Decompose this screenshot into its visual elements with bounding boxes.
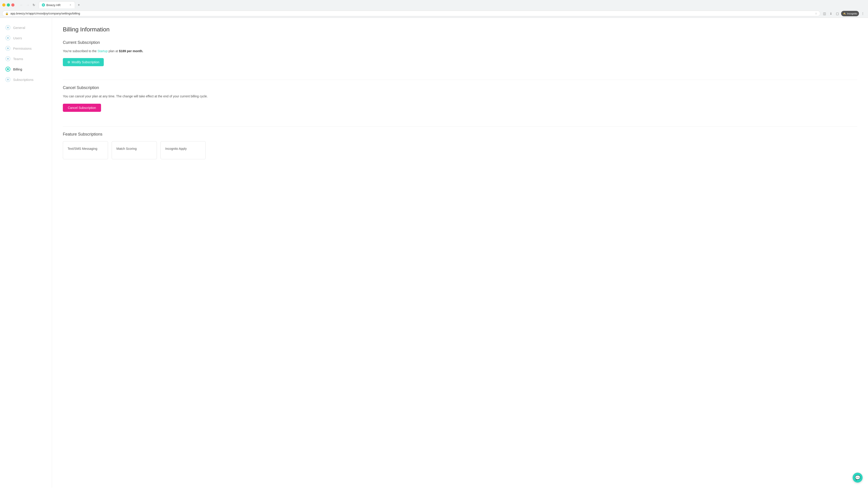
modify-subscription-button[interactable]: ⚙ Modify Subscription: [63, 58, 104, 66]
active-tab[interactable]: B Breezy HR ×: [39, 1, 75, 8]
sidebar-item-label: Billing: [13, 67, 22, 71]
feature-card-match-scoring[interactable]: Match Scoring: [112, 141, 157, 159]
feature-card-incognito-apply[interactable]: Incognito Apply: [160, 141, 206, 159]
browser-titlebar: − □ × ← → ↻ B Breezy HR × +: [0, 0, 868, 10]
chat-widget[interactable]: 💬: [852, 473, 863, 483]
minimize-button[interactable]: −: [2, 3, 5, 6]
modify-icon: ⚙: [67, 60, 70, 64]
sidebar-item-permissions[interactable]: Permissions: [0, 43, 52, 54]
sidebar-item-users[interactable]: Users: [0, 33, 52, 43]
subscription-text-suffix: plan at: [107, 49, 119, 53]
chat-icon: 💬: [855, 475, 861, 480]
modify-button-label: Modify Subscription: [72, 60, 99, 64]
tab-close-button[interactable]: ×: [69, 3, 72, 7]
incognito-badge: 🕵 Incognito: [841, 11, 859, 16]
incognito-icon: 🕵: [843, 12, 846, 15]
url-text: app.breezy.hr/app/c/moodjoy/company/sett…: [10, 12, 813, 15]
back-button[interactable]: ←: [19, 2, 24, 8]
tab-title: Breezy HR: [46, 3, 61, 7]
split-view-button[interactable]: ▢: [835, 11, 840, 16]
general-icon: [5, 25, 10, 30]
users-icon: [5, 35, 10, 40]
sidebar-item-label: Permissions: [13, 46, 32, 51]
cancel-subscription-title: Cancel Subscription: [63, 86, 857, 90]
tab-favicon: B: [42, 3, 45, 6]
current-subscription-title: Current Subscription: [63, 40, 857, 45]
feature-card-label: Text/SMS Messaging: [68, 147, 97, 151]
feature-card-text-sms[interactable]: Text/SMS Messaging: [63, 141, 108, 159]
nav-controls: ← → ↻: [19, 2, 37, 8]
subscription-description: You're subscribed to the Startup plan at…: [63, 48, 857, 54]
teams-icon: [5, 56, 10, 61]
page-title: Billing Information: [63, 26, 857, 33]
feature-subscriptions-title: Feature Subscriptions: [63, 132, 857, 137]
lock-icon: 🔒: [5, 12, 8, 15]
window-controls: − □ ×: [2, 3, 14, 6]
address-bar[interactable]: 🔒 app.breezy.hr/app/c/moodjoy/company/se…: [2, 11, 820, 16]
subscription-text-prefix: You're subscribed to the: [63, 49, 97, 53]
main-content: Billing Information Current Subscription…: [52, 18, 868, 488]
new-tab-button[interactable]: +: [76, 2, 82, 8]
feature-card-label: Incognito Apply: [165, 147, 187, 151]
sidebar: General Users Permissions Teams Billing: [0, 18, 52, 488]
section-divider-2: [63, 126, 857, 127]
extensions-button[interactable]: ◫: [822, 11, 827, 16]
cancel-subscription-button[interactable]: Cancel Subscription: [63, 104, 101, 112]
forward-button[interactable]: →: [25, 2, 31, 8]
feature-cards-container: Text/SMS Messaging Match Scoring Incogni…: [63, 141, 857, 159]
sidebar-item-billing[interactable]: Billing: [0, 64, 52, 74]
tab-bar: ← → ↻ B Breezy HR × +: [16, 1, 84, 8]
sidebar-item-label: Teams: [13, 57, 23, 61]
star-icon: ☆: [815, 12, 817, 15]
address-bar-row: 🔒 app.breezy.hr/app/c/moodjoy/company/se…: [0, 10, 868, 18]
close-button[interactable]: ×: [11, 3, 14, 6]
feature-card-label: Match Scoring: [116, 147, 136, 151]
cancel-subscription-section: Cancel Subscription You can cancel your …: [63, 86, 857, 121]
subscriptions-icon: [5, 77, 10, 82]
maximize-button[interactable]: □: [7, 3, 10, 6]
reload-button[interactable]: ↻: [31, 2, 37, 8]
sidebar-item-label: Subscriptions: [13, 78, 33, 82]
billing-icon: [5, 67, 10, 72]
startup-plan-link[interactable]: Startup: [97, 49, 107, 53]
download-button[interactable]: ⇓: [828, 11, 834, 16]
cancel-description: You can cancel your plan at any time. Th…: [63, 94, 221, 99]
sidebar-item-teams[interactable]: Teams: [0, 54, 52, 64]
toolbar-icons: ◫ ⇓ ▢ 🕵 Incognito ⋮: [822, 11, 866, 16]
sidebar-item-label: Users: [13, 36, 22, 40]
permissions-icon: [5, 46, 10, 51]
browser-chrome: − □ × ← → ↻ B Breezy HR × + 🔒 app.breezy…: [0, 0, 868, 18]
feature-subscriptions-section: Feature Subscriptions Text/SMS Messaging…: [63, 132, 857, 159]
sidebar-item-label: General: [13, 26, 25, 30]
sidebar-item-subscriptions[interactable]: Subscriptions: [0, 74, 52, 85]
incognito-label: Incognito: [847, 12, 857, 15]
menu-button[interactable]: ⋮: [860, 11, 866, 16]
subscription-price: $189 per month.: [119, 49, 143, 53]
sidebar-item-general[interactable]: General: [0, 22, 52, 33]
app-container: General Users Permissions Teams Billing: [0, 18, 868, 488]
current-subscription-section: Current Subscription You're subscribed t…: [63, 40, 857, 74]
